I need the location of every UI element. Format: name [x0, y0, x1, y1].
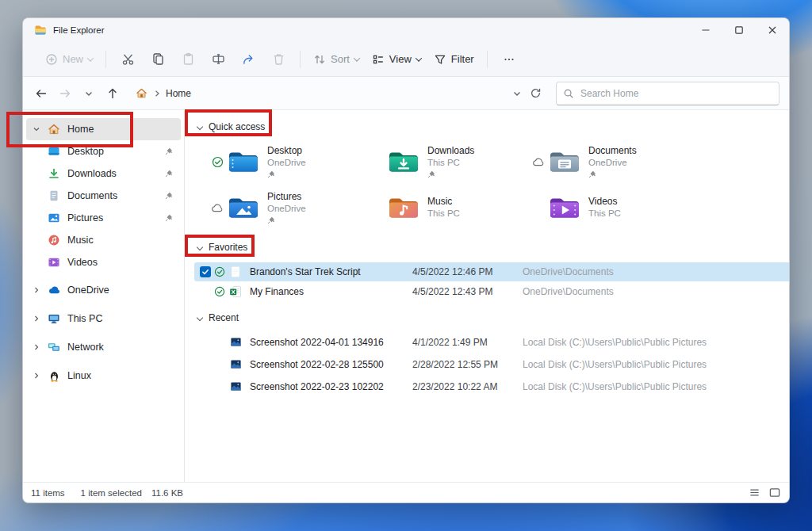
file-row-screenshot-2022-02-23[interactable]: Screenshot 2022-02-23 102202 2/23/2022 1…	[194, 376, 789, 397]
excel-file-icon	[228, 285, 243, 298]
sidebar-item-label: Desktop	[67, 146, 104, 157]
forward-button[interactable]	[53, 82, 77, 105]
tile-location: OneDrive	[267, 203, 306, 214]
minimize-button[interactable]	[689, 18, 722, 42]
sidebar-item-desktop[interactable]: Desktop	[26, 140, 181, 162]
more-icon	[503, 53, 515, 66]
pictures-icon	[47, 211, 61, 225]
rename-button[interactable]	[203, 47, 233, 72]
file-path: Local Disk (C:)\Users\Public\Public Pict…	[523, 337, 789, 348]
quick-access-tile-desktop[interactable]: Desktop OneDrive	[207, 139, 367, 185]
pin-icon	[165, 214, 173, 222]
expand-chevron-icon[interactable]	[26, 372, 47, 380]
sidebar-item-label: Network	[67, 342, 104, 353]
tile-name: Pictures	[267, 191, 306, 203]
search-input[interactable]	[580, 88, 772, 99]
quick-access-tile-videos[interactable]: Videos This PC	[528, 185, 789, 231]
address-dropdown-icon[interactable]	[512, 89, 522, 98]
copy-button[interactable]	[143, 47, 173, 72]
file-row-my-finances[interactable]: My Finances 4/5/2022 12:43 PM OneDrive\D…	[194, 282, 789, 301]
expand-chevron-icon[interactable]	[26, 343, 47, 351]
app-folder-icon	[34, 24, 47, 36]
back-button[interactable]	[29, 82, 53, 105]
cut-button[interactable]	[113, 47, 143, 72]
quick-access-tile-pictures[interactable]: Pictures OneDrive	[207, 185, 367, 231]
sidebar-item-label: OneDrive	[67, 285, 109, 296]
desktop-folder-icon	[228, 149, 259, 174]
details-view-toggle[interactable]	[749, 487, 760, 499]
tile-location: This PC	[427, 157, 474, 168]
sidebar-item-onedrive[interactable]: OneDrive	[26, 278, 181, 302]
share-icon	[242, 52, 255, 66]
file-path: OneDrive\Documents	[523, 266, 789, 277]
pin-icon	[267, 216, 306, 224]
sidebar-item-label: Documents	[67, 190, 117, 201]
up-button[interactable]	[101, 82, 124, 105]
more-options-button[interactable]	[494, 47, 524, 72]
tile-location: OneDrive	[267, 157, 306, 168]
quick-access-tile-downloads[interactable]: Downloads This PC	[367, 139, 528, 185]
section-header-favorites[interactable]: Favorites	[185, 237, 789, 258]
titlebar[interactable]: File Explorer	[23, 18, 789, 42]
trash-icon	[272, 52, 285, 66]
sidebar-item-videos[interactable]: Videos	[26, 251, 181, 273]
sidebar-item-this-pc[interactable]: This PC	[26, 307, 181, 330]
sidebar-item-home[interactable]: Home	[26, 118, 181, 140]
search-box[interactable]	[556, 82, 779, 105]
copy-icon	[151, 52, 165, 66]
chevron-down-icon	[87, 55, 94, 61]
file-row-brandons-star-trek-script[interactable]: Brandon's Star Trek Script 4/5/2022 12:4…	[194, 262, 789, 281]
downloads-folder-icon	[388, 149, 419, 174]
desktop-wallpaper: File Explorer New	[0, 0, 812, 531]
sort-button[interactable]: Sort	[307, 48, 366, 71]
refresh-icon[interactable]	[530, 87, 542, 99]
divider	[487, 51, 488, 68]
maximize-button[interactable]	[722, 18, 756, 42]
collapse-chevron-icon[interactable]	[26, 125, 47, 133]
sidebar-item-linux[interactable]: Linux	[26, 364, 181, 388]
close-button[interactable]	[756, 18, 789, 42]
breadcrumb[interactable]: Home	[129, 82, 548, 105]
view-button[interactable]: View	[366, 48, 427, 71]
sidebar-item-network[interactable]: Network	[26, 335, 181, 359]
recent-locations-button[interactable]	[77, 82, 101, 105]
row-checkbox[interactable]	[199, 266, 212, 277]
large-icons-view-toggle[interactable]	[768, 487, 781, 499]
selection-count: 1 item selected	[81, 488, 142, 498]
new-button[interactable]: New	[39, 48, 99, 71]
file-row-screenshot-2022-02-28[interactable]: Screenshot 2022-02-28 125500 2/28/2022 1…	[194, 353, 789, 375]
sidebar-item-label: Downloads	[67, 168, 117, 179]
tile-name: Videos	[588, 196, 621, 208]
quick-access-tile-music[interactable]: Music This PC	[367, 185, 528, 231]
quick-access-tile-documents[interactable]: Documents OneDrive	[528, 139, 789, 185]
sidebar-item-label: Videos	[67, 257, 98, 268]
sidebar-item-music[interactable]: Music	[26, 229, 181, 251]
section-label: Quick access	[209, 121, 265, 132]
filter-button[interactable]: Filter	[427, 48, 481, 71]
share-button[interactable]	[233, 47, 263, 72]
chevron-down-icon	[354, 55, 360, 61]
pin-icon	[165, 170, 173, 178]
divider	[300, 51, 301, 68]
breadcrumb-item-home[interactable]: Home	[166, 88, 191, 99]
section-header-recent[interactable]: Recent	[185, 308, 789, 328]
sidebar-item-documents[interactable]: Documents	[26, 185, 181, 207]
expand-chevron-icon[interactable]	[26, 286, 47, 294]
sync-ok-icon	[213, 266, 226, 277]
pictures-folder-icon	[228, 195, 259, 220]
tile-location: OneDrive	[588, 157, 637, 168]
chevron-down-icon	[197, 244, 203, 250]
home-icon	[136, 87, 147, 99]
sidebar-item-downloads[interactable]: Downloads	[26, 162, 181, 185]
network-icon	[47, 340, 61, 354]
expand-chevron-icon[interactable]	[26, 315, 47, 323]
chevron-down-icon	[416, 55, 422, 61]
image-file-icon	[228, 358, 243, 370]
delete-button[interactable]	[263, 47, 293, 72]
paste-button[interactable]	[173, 47, 203, 72]
sidebar-item-pictures[interactable]: Pictures	[26, 207, 181, 229]
maximize-icon	[734, 25, 744, 35]
file-row-screenshot-2022-04-01[interactable]: Screenshot 2022-04-01 134916 4/1/2022 1:…	[194, 331, 789, 353]
tile-name: Desktop	[267, 145, 306, 157]
section-header-quick-access[interactable]: Quick access	[185, 117, 789, 137]
